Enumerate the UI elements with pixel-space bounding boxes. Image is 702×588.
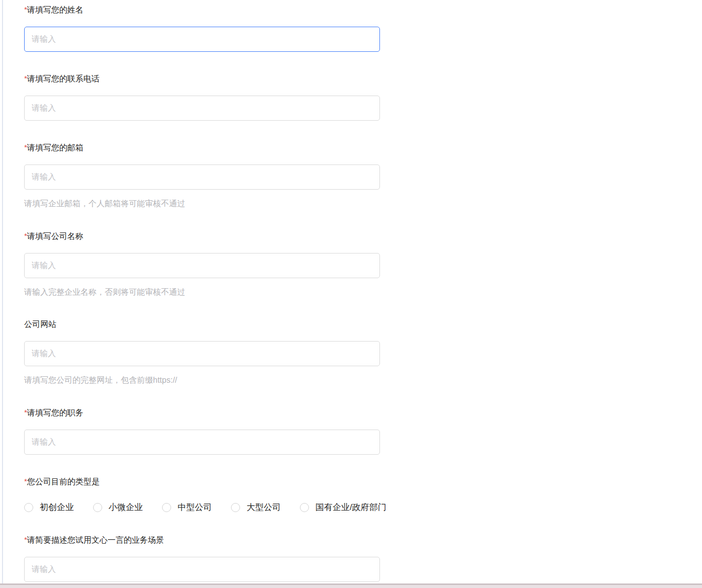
radio-option-label: 初创企业 [40,501,74,513]
radio-circle-icon[interactable] [93,503,102,512]
field-name: *请填写您的姓名 [24,4,702,52]
company-type-radio-group: 初创企业 小微企业 中型公司 大型公司 国有企业/政府部门 [24,501,702,513]
bottom-page-divider [0,583,702,588]
field-label: *请填写您的职务 [24,407,702,418]
phone-input[interactable] [24,96,380,121]
radio-option-startup[interactable]: 初创企业 [24,501,74,513]
radio-circle-icon[interactable] [162,503,171,512]
field-job-title: *请填写您的职务 [24,407,702,455]
company-name-hint: 请输入完整企业名称，否则将可能审核不通过 [24,287,702,298]
company-website-hint: 请填写您公司的完整网址，包含前缀https:// [24,375,702,386]
radio-option-large[interactable]: 大型公司 [231,501,281,513]
name-input[interactable] [24,27,380,52]
email-input[interactable] [24,164,380,190]
field-label: *您公司目前的类型是 [24,476,702,487]
radio-option-label: 大型公司 [247,501,281,513]
field-label-text: 请填写您的联系电话 [27,74,100,83]
field-label-text: 请填写您的姓名 [27,6,84,14]
radio-circle-icon[interactable] [24,503,33,512]
job-title-input[interactable] [24,430,380,455]
radio-option-small-micro[interactable]: 小微企业 [93,501,143,513]
field-business-scenario: *请简要描述您试用文心一言的业务场景 [24,534,702,582]
field-email: *请填写您的邮箱 请填写企业邮箱，个人邮箱将可能审核不通过 [24,142,702,209]
radio-option-medium[interactable]: 中型公司 [162,501,212,513]
field-label-text: 请填写您的邮箱 [27,143,84,152]
radio-circle-icon[interactable] [300,503,309,512]
field-label: *请简要描述您试用文心一言的业务场景 [24,534,702,546]
field-label: *请填写公司名称 [24,230,702,242]
field-company-website: 公司网站 请填写您公司的完整网址，包含前缀https:// [24,319,702,386]
business-scenario-input[interactable] [24,557,380,582]
radio-option-label: 小微企业 [109,501,143,513]
field-label: *请填写您的联系电话 [24,73,702,85]
field-label-text: 您公司目前的类型是 [27,477,100,486]
field-company-name: *请填写公司名称 请输入完整企业名称，否则将可能审核不通过 [24,230,702,298]
field-label-text: 请填写公司名称 [27,232,84,240]
left-border-line [2,0,3,588]
company-website-input[interactable] [24,341,380,366]
application-form-page: *请填写您的姓名 *请填写您的联系电话 *请填写您的邮箱 请填写企业邮箱，个人邮… [0,0,702,588]
company-name-input[interactable] [24,253,380,278]
field-label: *请填写您的姓名 [24,4,702,16]
field-label-text: 请简要描述您试用文心一言的业务场景 [27,536,164,544]
radio-circle-icon[interactable] [231,503,240,512]
field-label-text: 请填写您的职务 [27,408,84,417]
field-label: 公司网站 [24,319,702,330]
radio-option-label: 中型公司 [178,501,212,513]
field-phone: *请填写您的联系电话 [24,73,702,121]
radio-option-label: 国有企业/政府部门 [316,501,386,513]
field-label-text: 公司网站 [24,320,56,328]
field-company-type: *您公司目前的类型是 初创企业 小微企业 中型公司 大型公司 国有企业/政府部门 [24,476,702,513]
radio-option-state-owned-gov[interactable]: 国有企业/政府部门 [300,501,386,513]
email-hint: 请填写企业邮箱，个人邮箱将可能审核不通过 [24,198,702,209]
field-label: *请填写您的邮箱 [24,142,702,153]
